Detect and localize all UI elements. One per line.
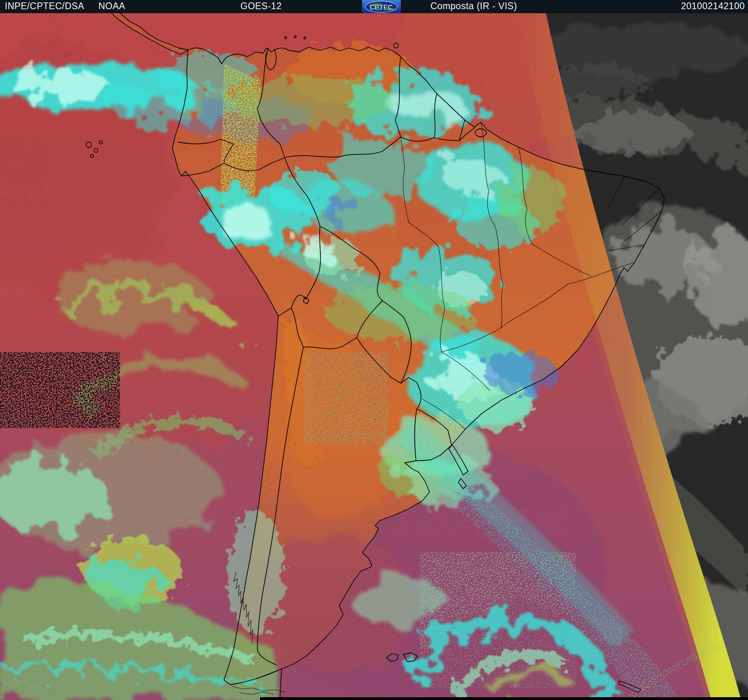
cloud-core	[10, 70, 110, 102]
cloud-core	[219, 206, 277, 243]
noise-speckle	[0, 136, 48, 208]
cloud-blob	[319, 195, 361, 221]
satellite-image	[0, 13, 748, 700]
noise-speckle	[0, 656, 56, 700]
cloud-blob	[483, 352, 557, 394]
cloud-fringe	[326, 284, 474, 342]
night-cloud	[574, 112, 690, 154]
title-bar: INPE/CPTEC/DSA NOAA GOES-12 Composta (IR…	[0, 0, 748, 13]
cptec-logo-text: CPTEC	[370, 4, 393, 11]
noise-speckle	[24, 16, 168, 56]
product-label: Composta (IR - VIS)	[430, 1, 517, 12]
cloud-blob	[54, 260, 210, 334]
timestamp-label: 201002142100	[681, 1, 745, 12]
agency-label: INPE/CPTEC/DSA	[5, 1, 84, 12]
noise-speckle	[0, 352, 120, 428]
satellite-label: GOES-12	[240, 1, 282, 12]
satellite-viewer: INPE/CPTEC/DSA NOAA GOES-12 Composta (IR…	[0, 0, 748, 700]
bottom-edge-bar	[260, 697, 748, 700]
cptec-logo-icon: CPTEC	[362, 0, 401, 13]
cloud-blob	[354, 573, 446, 631]
organization-label: NOAA	[98, 1, 125, 12]
cloud-core	[443, 158, 501, 194]
night-cloud	[550, 65, 650, 99]
noise-speckle	[120, 432, 280, 504]
